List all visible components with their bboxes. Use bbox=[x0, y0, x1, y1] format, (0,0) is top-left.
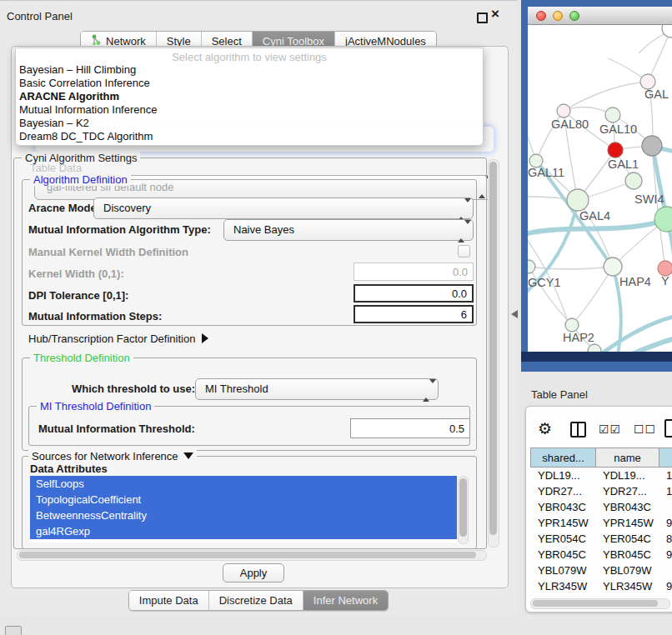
split-columns-icon[interactable] bbox=[570, 422, 586, 438]
dropdown-item[interactable]: ARACNE Algorithm bbox=[16, 90, 483, 103]
table-row[interactable]: YPR145WYPR145W9. bbox=[530, 515, 672, 531]
dropdown-item[interactable]: Bayesian – K2 bbox=[16, 117, 483, 130]
network-node-red-node[interactable] bbox=[608, 142, 623, 158]
control-panel-titlebar: Control Panel × bbox=[0, 3, 517, 25]
which-threshold-combobox[interactable]: MI Threshold bbox=[195, 378, 439, 400]
table-row[interactable]: YBR043CYBR043C bbox=[530, 499, 672, 515]
manual-kernel-width-checkbox[interactable] bbox=[458, 245, 470, 258]
dpi-tolerance-value: 0.0 bbox=[452, 288, 467, 300]
dropdown-item[interactable]: Basic Correlation Inference bbox=[16, 77, 483, 90]
close-icon[interactable]: × bbox=[491, 6, 499, 22]
table-cell: YER054C bbox=[595, 531, 659, 547]
zoom-traffic-light-icon[interactable] bbox=[569, 11, 579, 21]
table-cell: 9. bbox=[659, 515, 672, 531]
network-node-gcy1[interactable] bbox=[528, 260, 535, 273]
network-node-top-white[interactable] bbox=[662, 25, 672, 38]
sources-legend[interactable]: Sources for Network Inference bbox=[28, 450, 197, 462]
table-row[interactable]: YER054CYER054C8. bbox=[530, 531, 672, 547]
docked-panel-icon[interactable] bbox=[5, 626, 22, 635]
aracne-mode-combobox[interactable]: Discovery bbox=[93, 198, 474, 219]
dpi-tolerance-field[interactable]: 0.0 bbox=[354, 284, 474, 302]
combo-arrows-icon bbox=[458, 202, 465, 218]
table-row[interactable]: YLR345WYLR345W9. bbox=[530, 578, 672, 594]
tab-discretize-data[interactable]: Discretize Data bbox=[209, 591, 303, 610]
mi-threshold-field[interactable]: 0.5 bbox=[350, 418, 470, 438]
network-canvas[interactable]: GAL80GAL10GALGAL1GAL11GAL4SWI4GCY1HAP4YH… bbox=[528, 25, 672, 352]
checked-columns-icon[interactable]: ☑☑ bbox=[599, 422, 621, 436]
document-icon[interactable] bbox=[664, 419, 672, 438]
network-node-swi4[interactable] bbox=[654, 207, 672, 232]
minimize-traffic-light-icon[interactable] bbox=[553, 11, 563, 21]
table-cell: YBR045C bbox=[530, 547, 595, 562]
dropdown-item[interactable]: Dream8 DC_TDC Algorithm bbox=[16, 130, 483, 143]
attributes-scrollbar-thumb[interactable] bbox=[459, 478, 467, 537]
network-node-label: GAL11 bbox=[528, 166, 564, 179]
network-node-gal1[interactable] bbox=[625, 172, 642, 189]
table-row[interactable]: YIL052CYIL052C9. bbox=[530, 594, 672, 598]
bottom-tabbar: Impute DataDiscretize DataInfer Network bbox=[0, 590, 517, 611]
network-edge-highlighted bbox=[628, 338, 672, 352]
cyni-settings-legend: Cyni Algorithm Settings bbox=[22, 152, 140, 164]
network-node-hap4[interactable] bbox=[604, 258, 622, 276]
apply-button[interactable]: Apply bbox=[223, 563, 284, 582]
gear-icon[interactable]: ⚙ bbox=[538, 419, 552, 438]
network-node-hap2[interactable] bbox=[565, 318, 579, 332]
attribute-list-item[interactable]: TopologicalCoefficient bbox=[30, 492, 457, 508]
network-node-gal10[interactable] bbox=[605, 108, 620, 122]
data-attributes-list[interactable]: SelfLoopsTopologicalCoefficientBetweenne… bbox=[30, 476, 457, 542]
attribute-list-item[interactable]: gal4RGexp bbox=[30, 523, 457, 539]
table-row[interactable]: YDR27...YDR27...12 bbox=[530, 483, 672, 499]
table-cell: 8. bbox=[659, 531, 672, 547]
network-edge bbox=[648, 32, 670, 82]
mi-steps-field[interactable]: 6 bbox=[354, 305, 474, 323]
algorithm-dropdown-placeholder: Select algorithm to view settings bbox=[16, 48, 483, 63]
attribute-list-item[interactable]: SelfLoops bbox=[30, 476, 457, 492]
tab-infer-network[interactable]: Infer Network bbox=[303, 591, 388, 610]
table-cell: YER054C bbox=[530, 531, 595, 547]
settings-horizontal-scrollbar[interactable] bbox=[17, 550, 487, 561]
network-node-label: GCY1 bbox=[528, 276, 561, 289]
column-header[interactable]: A bbox=[659, 448, 672, 468]
column-header[interactable]: name bbox=[595, 448, 659, 468]
table-cell: YDL19... bbox=[530, 468, 595, 483]
unchecked-columns-icon[interactable]: ☐☐ bbox=[634, 422, 656, 436]
network-node-label: GAL bbox=[644, 88, 669, 101]
network-node-label: GAL80 bbox=[551, 118, 589, 131]
close-traffic-light-icon[interactable] bbox=[536, 11, 546, 21]
kernel-width-field[interactable]: 0.0 bbox=[354, 262, 474, 281]
network-edge-highlighted bbox=[599, 317, 672, 352]
table-hscrollbar-thumb[interactable] bbox=[533, 600, 658, 607]
dropdown-item[interactable]: Bayesian – Hill Climbing bbox=[16, 63, 483, 77]
settings-scrollbar-thumb[interactable] bbox=[489, 162, 497, 535]
mi-threshold-label: Mutual Information Threshold: bbox=[38, 422, 195, 435]
network-edge bbox=[564, 82, 648, 111]
mi-algorithm-type-combobox[interactable]: Naive Bayes bbox=[223, 219, 474, 241]
table-row[interactable]: YBR045CYBR045C9. bbox=[530, 547, 672, 562]
network-node-gal80[interactable] bbox=[557, 104, 570, 118]
settings-hscrollbar-thumb[interactable] bbox=[19, 552, 476, 558]
column-header[interactable]: shared... bbox=[530, 448, 595, 468]
attribute-list-item[interactable]: BetweennessCentrality bbox=[30, 508, 457, 523]
settings-vertical-scrollbar[interactable] bbox=[488, 159, 499, 548]
bottom-tab-group: Impute DataDiscretize DataInfer Network bbox=[128, 590, 389, 611]
table-body: YDL19...YDL19...13YDR27...YDR27...12YBR0… bbox=[530, 468, 672, 598]
table-horizontal-scrollbar[interactable] bbox=[530, 598, 670, 609]
combo-arrows-icon bbox=[458, 224, 465, 239]
network-node-gal4[interactable] bbox=[567, 189, 589, 211]
dropdown-item[interactable]: Mutual Information Inference bbox=[16, 103, 483, 117]
tab-label: Discretize Data bbox=[219, 594, 293, 607]
attributes-vertical-scrollbar[interactable] bbox=[458, 476, 469, 544]
table-cell: YLR345W bbox=[595, 578, 659, 594]
combo-arrows-icon bbox=[423, 383, 430, 398]
tab-impute-data[interactable]: Impute Data bbox=[129, 591, 209, 610]
network-node-gray-node[interactable] bbox=[642, 136, 662, 156]
mouse-cursor bbox=[511, 310, 518, 318]
mi-steps-label: Mutual Information Steps: bbox=[28, 310, 162, 322]
table-row[interactable]: YBL079WYBL079W bbox=[530, 562, 672, 578]
hub-definition-toggle[interactable]: Hub/Transcription Factor Definition bbox=[28, 332, 208, 345]
float-window-icon[interactable] bbox=[477, 12, 488, 23]
network-node-label: GAL10 bbox=[599, 122, 637, 136]
network-window-titlebar[interactable] bbox=[528, 7, 672, 25]
network-node-label: HAP4 bbox=[619, 275, 651, 288]
table-row[interactable]: YDL19...YDL19...13 bbox=[530, 468, 672, 483]
